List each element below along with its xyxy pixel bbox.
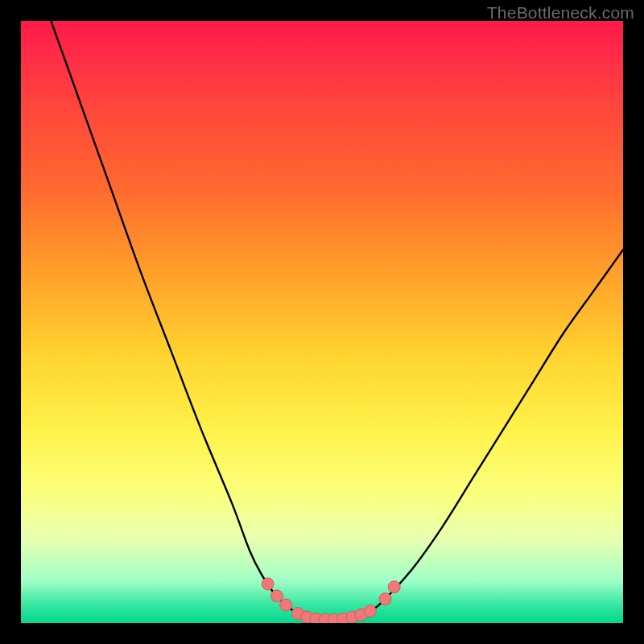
chart-plot-area [21, 21, 623, 623]
curve-path [51, 21, 623, 620]
chart-frame: TheBottleneck.com [0, 0, 644, 644]
valley-marker [270, 590, 283, 602]
valley-marker [379, 593, 391, 605]
valley-marker [364, 605, 376, 617]
valley-marker [262, 578, 274, 590]
watermark-text: TheBottleneck.com [487, 3, 634, 23]
valley-markers [262, 578, 400, 623]
valley-marker [388, 581, 400, 593]
valley-marker [280, 599, 292, 611]
bottleneck-curve [21, 21, 623, 623]
